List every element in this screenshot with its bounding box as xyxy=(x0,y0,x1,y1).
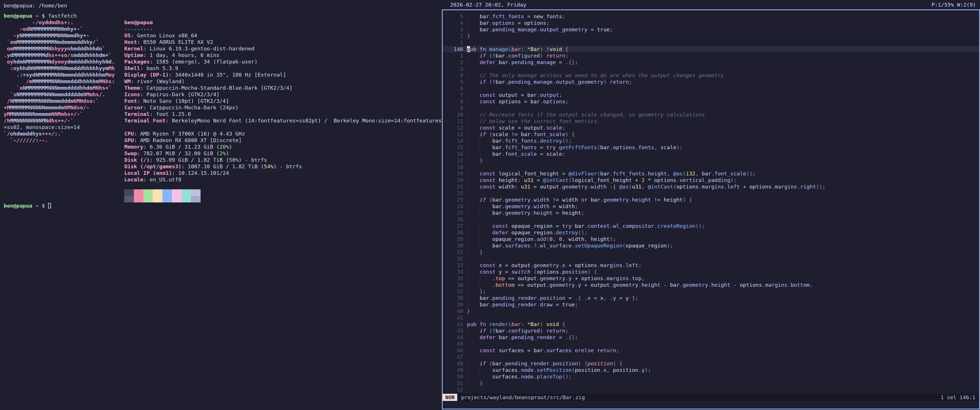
line-number: 31 xyxy=(443,249,463,256)
code-line[interactable]: 19 const logical_font_height = @divFloor… xyxy=(443,170,979,177)
line-number: 50 xyxy=(443,373,463,380)
code-line[interactable]: 29 opaque_region.add(0, 0, width, height… xyxy=(443,236,979,242)
code-area[interactable]: 5 bar.fcft_fonts = new_fonts;4 bar.optio… xyxy=(443,13,979,393)
editor-window[interactable]: 5 bar.fcft_fonts = new_fonts;4 bar.optio… xyxy=(442,10,980,410)
indent-guide xyxy=(467,79,470,85)
fastfetch-row: Memory: 6.36 GiB / 31.23 GiB (20%) xyxy=(4,143,442,150)
line-number: 48 xyxy=(443,360,463,367)
code-line[interactable]: 3 xyxy=(443,65,979,72)
line-number: 7 xyxy=(443,92,463,98)
fastfetch-row: /NMMMMMMMMNNNNmmmdddmNMNdso:` Font: Noto… xyxy=(4,98,442,104)
indent-guide xyxy=(467,13,470,20)
code-line[interactable]: 1 xyxy=(443,39,979,46)
terminal-cursor xyxy=(48,203,51,208)
line-number: 45 xyxy=(443,340,463,347)
code-line[interactable]: 15 bar.fcft_fonts = try getFcftFonts(bar… xyxy=(443,144,979,151)
code-line[interactable]: 3 bar.pending_manage.output_geometry = t… xyxy=(443,26,979,33)
code-line[interactable]: 5 if (!bar.pending_manage.output_geometr… xyxy=(443,79,979,85)
code-line[interactable]: 32 xyxy=(443,256,979,262)
code-line[interactable]: 31 } xyxy=(443,249,979,256)
code-line[interactable]: 33 const x = output.geometry.x + options… xyxy=(443,262,979,269)
fastfetch-row: -yNMMMMMMMMMMMNNNmmdhy+- OS: Gentoo Linu… xyxy=(4,32,442,39)
terminal-window[interactable]: ben@papua: /home/ben ben@papua ~ $ fastf… xyxy=(0,0,442,410)
line-number: 12 xyxy=(443,124,463,131)
code-line[interactable]: 34 const y = switch (options.position) { xyxy=(443,269,979,275)
code-line[interactable]: 51 } xyxy=(443,380,979,386)
color-palette-row xyxy=(4,196,442,202)
indent-guide xyxy=(480,281,483,288)
code-line[interactable]: 35 .top => output.geometry.y + options.m… xyxy=(443,275,979,281)
code-line[interactable]: 12 const scale = output.scale; xyxy=(443,124,979,131)
code-line[interactable]: 18 xyxy=(443,164,979,170)
palette-swatch xyxy=(134,189,143,196)
code-line[interactable]: 41 xyxy=(443,314,979,321)
indent-guide xyxy=(467,138,470,144)
code-line[interactable]: 27 const opaque_region = try bar.context… xyxy=(443,222,979,229)
code-line[interactable]: 7 const output = bar.output; xyxy=(443,92,979,98)
code-line[interactable]: 44 defer bar.pending_render = .{}; xyxy=(443,334,979,340)
indent-guide xyxy=(467,229,470,236)
code-line[interactable]: 1 if (!bar.configured) return; xyxy=(443,52,979,59)
fastfetch-row: .ydMMMMMMMMMMdhs++so/smdddhhhhdm+` Uptim… xyxy=(4,52,442,58)
code-line[interactable]: 5 bar.fcft_fonts = new_fonts; xyxy=(443,13,979,20)
line-number: 3 xyxy=(443,26,463,33)
indent-guide xyxy=(467,249,470,256)
code-line[interactable]: 8 const options = bar.options; xyxy=(443,98,979,105)
code-line[interactable]: 25 bar.geometry.height = height; xyxy=(443,210,979,216)
code-line[interactable]: 11 // below use the correct font metrics… xyxy=(443,118,979,124)
terminal-window-title: ben@papua: /home/ben xyxy=(4,2,67,9)
code-line-current[interactable]: 146pub fn manage(bar: *Bar) !void { xyxy=(443,46,979,52)
code-line[interactable]: 22 xyxy=(443,190,979,197)
code-line[interactable]: 46 const surfaces = bar.surfaces orelse … xyxy=(443,347,979,354)
palette-swatch xyxy=(134,196,143,202)
code-line[interactable]: 26 xyxy=(443,216,979,222)
palette-swatch xyxy=(181,189,191,196)
code-line[interactable]: 16 bar.font_scale = scale; xyxy=(443,151,979,157)
indent-guide xyxy=(480,242,483,249)
code-line[interactable]: 14 bar.fcft_fonts.destroy(); xyxy=(443,138,979,144)
code-line[interactable]: 37 }; xyxy=(443,288,979,295)
selection-position-indicator: 1 sel 146:1 xyxy=(940,394,979,401)
code-line[interactable]: 40} xyxy=(443,308,979,314)
fastfetch-row: oyhdmNMMMMMMMNdyooydmddddhhhhyhNd. Packa… xyxy=(4,58,442,65)
shell-prompt[interactable]: ben@papua ~ $ xyxy=(4,202,442,209)
code-line[interactable]: 4 // The only manage actions we need to … xyxy=(443,72,979,79)
code-line[interactable]: 42pub fn render(bar: *Bar) void { xyxy=(443,321,979,327)
code-line[interactable]: 9 xyxy=(443,105,979,111)
indent-guide xyxy=(467,59,470,65)
code-line[interactable]: 23 if (bar.geometry.width != width or ba… xyxy=(443,197,979,203)
code-line[interactable]: 47 xyxy=(443,354,979,360)
code-line[interactable]: 24 bar.geometry.width = width; xyxy=(443,203,979,210)
code-line[interactable]: 43 if (!bar.configured) return; xyxy=(443,327,979,334)
code-line[interactable]: 10 // Recreate fonts if the output scale… xyxy=(443,111,979,118)
line-number: 47 xyxy=(443,354,463,360)
code-line[interactable]: 6 xyxy=(443,85,979,92)
code-line[interactable]: 39 bar.pending_render.draw = true; xyxy=(443,301,979,308)
palette-swatch xyxy=(124,196,134,202)
fastfetch-row: +MMMMMMMNNNNNmmmmdmNMNdso/- Cursor: Catp… xyxy=(4,104,442,111)
code-line[interactable]: 49 surfaces.node.setPosition(position.x,… xyxy=(443,367,979,373)
palette-swatch xyxy=(172,196,181,202)
fastfetch-row: Locale: en_US.utf8 xyxy=(4,176,442,183)
code-line[interactable]: 50 surfaces.node.placeTop(); xyxy=(443,373,979,380)
fastfetch-row: /mMMMMMMNNNmmmdddhhhhhmMNhs: WM: river (… xyxy=(4,78,442,84)
code-line[interactable]: 2} xyxy=(443,33,979,39)
line-number: 4 xyxy=(443,72,463,79)
line-number: 32 xyxy=(443,256,463,262)
terminal-output[interactable]: ben@papua ~ $ fastfetch -/oyddmdhs+:. be… xyxy=(4,13,442,209)
code-line[interactable]: 48 if (bar.pending_render.position) |pos… xyxy=(443,360,979,367)
code-line[interactable]: 52 xyxy=(443,386,979,393)
code-line[interactable]: 20 const height: u31 = @intCast(logical_… xyxy=(443,177,979,183)
code-line[interactable]: 17 } xyxy=(443,157,979,164)
code-line[interactable]: 21 const width: u31 = output.geometry.wi… xyxy=(443,183,979,190)
indent-guide xyxy=(480,236,483,242)
indent-guide xyxy=(467,275,470,281)
code-line[interactable]: 13 if (scale != bar.font_scale) { xyxy=(443,131,979,138)
code-line[interactable]: 45 xyxy=(443,340,979,347)
code-line[interactable]: 36 .bottom => output.geometry.y + output… xyxy=(443,281,979,288)
code-line[interactable]: 28 defer opaque_region.destroy(); xyxy=(443,229,979,236)
code-line[interactable]: 4 bar.options = options; xyxy=(443,20,979,26)
code-line[interactable]: 30 bar.surfaces.?.wl_surface.setOpaqueRe… xyxy=(443,242,979,249)
code-line[interactable]: 2 defer bar.pending_manage = .{}; xyxy=(443,59,979,65)
code-line[interactable]: 38 bar.pending_render.position = .{ .x =… xyxy=(443,295,979,301)
